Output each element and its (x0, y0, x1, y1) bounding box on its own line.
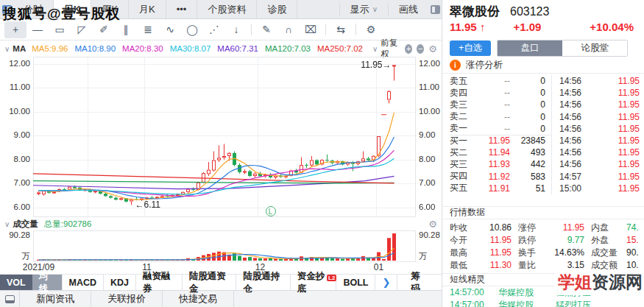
quote-label: 最低 (450, 259, 470, 272)
indicator-tab-❯[interactable]: ❯ (375, 275, 397, 290)
quote-label: 成交额 (591, 259, 622, 272)
period-tab-month-k[interactable]: 月K (129, 0, 166, 18)
stock-price: 11.95 (450, 21, 477, 33)
order-price[interactable]: -- (473, 99, 510, 110)
draw-line-tab[interactable]: 画线 (388, 3, 428, 16)
chart-settings-icon[interactable]: ⚙ (428, 43, 437, 54)
order-level-label: 卖二 (450, 110, 473, 123)
hatch-lines-tool-icon[interactable]: ⋰ (203, 21, 225, 38)
wave-tool-icon[interactable]: ∿ (159, 21, 181, 38)
period-tab-stock-info[interactable]: 个股资料 (197, 0, 257, 18)
quote-label: 量比 (518, 259, 543, 272)
ma-legend-bar: ∨ MA MA5:9.96MA10:8.90MA20:8.30MA30:8.07… (0, 40, 442, 57)
quote-label: 今开 (450, 234, 470, 247)
tick-price: 11.95 (587, 99, 644, 110)
watermark-dark-text: 资源网 (592, 272, 643, 292)
indicator-tab-boll[interactable]: BOLL (336, 275, 375, 290)
zoom-out-button[interactable]: − (417, 44, 424, 54)
indicator-tab-融资融券[interactable]: 融资融券 (136, 275, 183, 290)
order-volume: 23845 (510, 135, 551, 146)
order-price[interactable]: -- (473, 124, 510, 134)
tick-price: 11.95 (587, 159, 644, 169)
order-row[interactable]: 卖二--014:5611.95 (450, 111, 644, 123)
up-arrow-icon: ↑ (480, 21, 486, 33)
bottom-tab[interactable]: 新闻资讯 (19, 291, 91, 307)
display-menu[interactable]: 显示 ∨ (339, 3, 388, 16)
watermark-resource: 学姐资源网 (555, 272, 644, 295)
order-row[interactable]: 买二11.9449314:5611.95 (450, 147, 644, 158)
order-price[interactable]: 11.95 (473, 135, 510, 146)
order-book: 卖五--014:5611.95卖四--014:5611.95卖三--014:56… (442, 74, 644, 194)
chevron-down-icon: ∨ (372, 5, 378, 13)
chevron-down-icon[interactable]: ∨ (372, 45, 378, 53)
chips-tab[interactable]: 筹码 (397, 275, 442, 290)
order-level-label: 卖一 (450, 122, 473, 135)
order-price[interactable]: -- (473, 88, 510, 98)
order-row[interactable]: 卖三--014:5611.95 (450, 99, 644, 110)
order-row[interactable]: 买一11.952384514:5611.95 (450, 135, 644, 147)
quote-value: 10. (622, 260, 644, 270)
order-level-label: 买三 (450, 158, 473, 171)
limit-up-analysis-row[interactable]: i 涨停分析 (442, 57, 644, 74)
indicator-tab-kdj[interactable]: KDJ (104, 275, 136, 290)
period-tab-diagnose[interactable]: 诊股 (257, 0, 297, 18)
order-price[interactable]: -- (473, 76, 510, 86)
gann-grid-tool-icon[interactable]: ≣ (137, 21, 159, 38)
order-price[interactable]: 11.91 (473, 183, 510, 194)
layout-toggle-button[interactable] (0, 291, 19, 307)
zoom-in-button[interactable]: + (405, 44, 412, 54)
price-axis-label: 7.00 (419, 178, 435, 187)
collapse-right-panel-icon[interactable] (428, 5, 442, 14)
short-line-row[interactable]: 14:57:00华媒控股猛烈打压 (442, 299, 644, 307)
ma-value: MA30:8.07 (170, 44, 211, 53)
alert-time: 14:57:00 (450, 287, 498, 297)
quote-value: 10.86 (470, 222, 512, 233)
arrow-marker-tool-icon[interactable]: ↓ (225, 21, 247, 38)
toolbar-settings-icon[interactable]: ⚙ (360, 21, 382, 38)
tab-pankou[interactable]: 盘口 (498, 40, 562, 56)
delete-drawing-icon[interactable]: ⌧ (300, 21, 322, 38)
order-row[interactable]: 卖五--014:5611.95 (450, 75, 644, 87)
indicator-tab-均线[interactable]: 均线 (32, 275, 63, 290)
pencil-tool-icon[interactable]: ✎ (255, 21, 277, 38)
quote-data-grid: 昨收10.86涨停11.95内盘74.今开11.95跌停9.77外盘15.最高1… (442, 219, 644, 273)
indicator-tab-资金抄底[interactable]: 资金抄底L2 (291, 275, 337, 290)
order-price[interactable]: 11.92 (473, 172, 510, 182)
magnet-tool-icon[interactable]: ∩ (277, 21, 300, 38)
indicator-tab-vol[interactable]: VOL (0, 275, 32, 290)
quote-data-title: 行情数据 (450, 206, 485, 219)
candlestick-chart[interactable]: 12.0012.0011.0011.0010.0010.009.009.008.… (0, 57, 442, 217)
order-price[interactable]: -- (473, 112, 510, 122)
volume-chart[interactable]: 90.28万90.28万 (0, 230, 442, 262)
ellipse-tool-icon[interactable]: ◯ (181, 21, 203, 38)
chevron-down-icon[interactable]: ∨ (4, 45, 10, 53)
ma-value: MA250:7.02 (317, 44, 363, 53)
quote-data-header: 行情数据 (442, 206, 644, 219)
bid-ask-separator (450, 135, 551, 135)
indicator-tab-macd[interactable]: MACD (63, 275, 105, 290)
stock-code: 603123 (510, 5, 549, 18)
chevron-down-icon[interactable]: ∨ (4, 220, 10, 228)
order-row[interactable]: 买五11.915115:0011.95 (450, 183, 644, 194)
add-watchlist-button[interactable]: +自选 (450, 40, 491, 56)
order-row[interactable]: 卖四--014:5611.95 (450, 87, 644, 99)
volume-settings-icon[interactable]: ⚙ (428, 219, 437, 230)
period-tab-more-periods[interactable]: ••• (166, 0, 198, 18)
order-row[interactable]: 卖一--014:5611.95 (450, 123, 644, 135)
volume-canvas[interactable] (33, 230, 416, 262)
tab-forum[interactable]: 论股堂 (562, 40, 627, 56)
order-level-label: 卖五 (450, 75, 473, 88)
order-price[interactable]: 11.93 (473, 159, 510, 169)
order-row[interactable]: 买三11.9344214:5611.95 (450, 158, 644, 170)
alert-time: 14:57:00 (450, 300, 498, 307)
dragon-tiger-marker[interactable]: L (266, 206, 276, 216)
indicator-tab-陆股通资金[interactable]: 陆股通资金 (183, 275, 237, 290)
expand-horizontal-icon[interactable]: ⇆ (330, 21, 352, 38)
toolbar-divider (325, 24, 326, 35)
order-row[interactable]: 买四11.9258314:5711.95 (450, 171, 644, 183)
candlestick-canvas[interactable] (33, 57, 416, 217)
indicator-tab-陆股通持仓[interactable]: 陆股通持仓 (236, 275, 291, 290)
order-price[interactable]: 11.94 (473, 147, 510, 158)
toolbar-divider (355, 24, 356, 35)
quote-value: 15. (622, 235, 644, 245)
